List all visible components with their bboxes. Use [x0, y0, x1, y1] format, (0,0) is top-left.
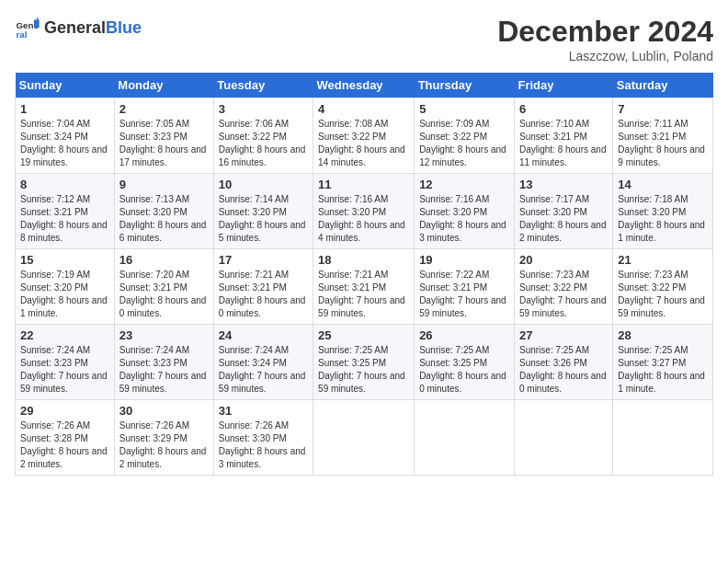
- calendar-week-row: 29Sunrise: 7:26 AMSunset: 3:28 PMDayligh…: [16, 400, 713, 476]
- day-number: 17: [219, 253, 308, 267]
- day-number: 3: [219, 102, 308, 116]
- day-info: Sunrise: 7:24 AMSunset: 3:23 PMDaylight:…: [119, 344, 209, 396]
- day-number: 21: [618, 253, 708, 267]
- column-header-thursday: Thursday: [415, 73, 515, 98]
- calendar-cell: [613, 400, 713, 476]
- calendar-cell: 30Sunrise: 7:26 AMSunset: 3:29 PMDayligh…: [114, 400, 213, 476]
- calendar-cell: 18Sunrise: 7:21 AMSunset: 3:21 PMDayligh…: [313, 249, 415, 325]
- day-info: Sunrise: 7:13 AMSunset: 3:20 PMDaylight:…: [119, 193, 209, 245]
- day-info: Sunrise: 7:19 AMSunset: 3:20 PMDaylight:…: [20, 269, 109, 320]
- day-info: Sunrise: 7:20 AMSunset: 3:21 PMDaylight:…: [119, 269, 209, 320]
- day-number: 30: [119, 404, 209, 418]
- day-info: Sunrise: 7:16 AMSunset: 3:20 PMDaylight:…: [419, 193, 509, 245]
- calendar-table: SundayMondayTuesdayWednesdayThursdayFrid…: [15, 73, 713, 476]
- day-number: 14: [618, 178, 708, 191]
- day-info: Sunrise: 7:04 AMSunset: 3:24 PMDaylight:…: [20, 118, 109, 169]
- day-info: Sunrise: 7:25 AMSunset: 3:25 PMDaylight:…: [419, 344, 509, 396]
- day-number: 8: [20, 178, 109, 191]
- calendar-cell: 14Sunrise: 7:18 AMSunset: 3:20 PMDayligh…: [613, 174, 713, 249]
- day-info: Sunrise: 7:11 AMSunset: 3:21 PMDaylight:…: [618, 118, 708, 169]
- day-info: Sunrise: 7:25 AMSunset: 3:25 PMDaylight:…: [318, 344, 409, 396]
- day-number: 26: [419, 328, 509, 342]
- calendar-cell: 8Sunrise: 7:12 AMSunset: 3:21 PMDaylight…: [16, 174, 115, 249]
- day-info: Sunrise: 7:12 AMSunset: 3:21 PMDaylight:…: [20, 193, 109, 245]
- column-header-wednesday: Wednesday: [313, 73, 415, 98]
- day-info: Sunrise: 7:24 AMSunset: 3:23 PMDaylight:…: [20, 344, 109, 396]
- day-info: Sunrise: 7:26 AMSunset: 3:29 PMDaylight:…: [119, 419, 209, 471]
- calendar-week-row: 15Sunrise: 7:19 AMSunset: 3:20 PMDayligh…: [16, 249, 713, 325]
- day-info: Sunrise: 7:17 AMSunset: 3:20 PMDaylight:…: [519, 193, 608, 245]
- calendar-cell: 11Sunrise: 7:16 AMSunset: 3:20 PMDayligh…: [313, 174, 415, 249]
- day-number: 4: [318, 102, 409, 116]
- day-number: 12: [419, 178, 509, 191]
- location: Laszczow, Lublin, Poland: [497, 49, 713, 63]
- day-info: Sunrise: 7:26 AMSunset: 3:28 PMDaylight:…: [20, 419, 109, 471]
- day-number: 10: [219, 178, 308, 191]
- day-info: Sunrise: 7:25 AMSunset: 3:27 PMDaylight:…: [618, 344, 708, 396]
- day-number: 6: [519, 102, 608, 116]
- day-number: 2: [119, 102, 209, 116]
- logo-text: GeneralBlue: [44, 18, 142, 38]
- calendar-cell: 19Sunrise: 7:22 AMSunset: 3:21 PMDayligh…: [415, 249, 515, 325]
- day-number: 22: [20, 328, 109, 342]
- day-info: Sunrise: 7:21 AMSunset: 3:21 PMDaylight:…: [219, 269, 308, 320]
- calendar-cell: 31Sunrise: 7:26 AMSunset: 3:30 PMDayligh…: [213, 400, 313, 476]
- svg-text:ral: ral: [16, 29, 27, 40]
- calendar-cell: 13Sunrise: 7:17 AMSunset: 3:20 PMDayligh…: [514, 174, 612, 249]
- day-number: 18: [318, 253, 409, 267]
- day-number: 24: [219, 328, 308, 342]
- page-header: Gene ral GeneralBlue December 2024 Laszc…: [15, 15, 713, 63]
- calendar-cell: [313, 400, 415, 476]
- calendar-cell: 23Sunrise: 7:24 AMSunset: 3:23 PMDayligh…: [114, 325, 213, 400]
- column-header-tuesday: Tuesday: [213, 73, 313, 98]
- column-header-sunday: Sunday: [16, 73, 115, 98]
- day-info: Sunrise: 7:16 AMSunset: 3:20 PMDaylight:…: [318, 193, 409, 245]
- column-header-friday: Friday: [514, 73, 612, 98]
- day-info: Sunrise: 7:21 AMSunset: 3:21 PMDaylight:…: [318, 269, 409, 320]
- day-info: Sunrise: 7:18 AMSunset: 3:20 PMDaylight:…: [618, 193, 708, 245]
- day-number: 1: [20, 102, 109, 116]
- calendar-cell: 29Sunrise: 7:26 AMSunset: 3:28 PMDayligh…: [16, 400, 115, 476]
- day-number: 31: [219, 404, 308, 418]
- calendar-cell: 6Sunrise: 7:10 AMSunset: 3:21 PMDaylight…: [514, 98, 612, 174]
- calendar-cell: 20Sunrise: 7:23 AMSunset: 3:22 PMDayligh…: [514, 249, 612, 325]
- day-number: 23: [119, 328, 209, 342]
- day-number: 9: [119, 178, 209, 191]
- day-info: Sunrise: 7:24 AMSunset: 3:24 PMDaylight:…: [219, 344, 308, 396]
- day-info: Sunrise: 7:10 AMSunset: 3:21 PMDaylight:…: [519, 118, 608, 169]
- day-number: 5: [419, 102, 509, 116]
- calendar-cell: 24Sunrise: 7:24 AMSunset: 3:24 PMDayligh…: [213, 325, 313, 400]
- title-section: December 2024 Laszczow, Lublin, Poland: [497, 15, 713, 63]
- day-number: 11: [318, 178, 409, 191]
- logo-icon: Gene ral: [15, 15, 40, 40]
- column-header-monday: Monday: [114, 73, 213, 98]
- day-info: Sunrise: 7:22 AMSunset: 3:21 PMDaylight:…: [419, 269, 509, 320]
- calendar-cell: 9Sunrise: 7:13 AMSunset: 3:20 PMDaylight…: [114, 174, 213, 249]
- calendar-cell: 25Sunrise: 7:25 AMSunset: 3:25 PMDayligh…: [313, 325, 415, 400]
- day-number: 13: [519, 178, 608, 191]
- day-number: 27: [519, 328, 608, 342]
- calendar-cell: 28Sunrise: 7:25 AMSunset: 3:27 PMDayligh…: [613, 325, 713, 400]
- calendar-cell: 5Sunrise: 7:09 AMSunset: 3:22 PMDaylight…: [415, 98, 515, 174]
- day-number: 16: [119, 253, 209, 267]
- day-info: Sunrise: 7:25 AMSunset: 3:26 PMDaylight:…: [519, 344, 608, 396]
- calendar-week-row: 1Sunrise: 7:04 AMSunset: 3:24 PMDaylight…: [16, 98, 713, 174]
- day-info: Sunrise: 7:26 AMSunset: 3:30 PMDaylight:…: [219, 419, 308, 471]
- day-info: Sunrise: 7:08 AMSunset: 3:22 PMDaylight:…: [318, 118, 409, 169]
- calendar-cell: [415, 400, 515, 476]
- calendar-cell: 17Sunrise: 7:21 AMSunset: 3:21 PMDayligh…: [213, 249, 313, 325]
- calendar-cell: 3Sunrise: 7:06 AMSunset: 3:22 PMDaylight…: [213, 98, 313, 174]
- logo: Gene ral GeneralBlue: [15, 15, 142, 40]
- calendar-cell: 1Sunrise: 7:04 AMSunset: 3:24 PMDaylight…: [16, 98, 115, 174]
- calendar-cell: 12Sunrise: 7:16 AMSunset: 3:20 PMDayligh…: [415, 174, 515, 249]
- day-number: 20: [519, 253, 608, 267]
- column-header-saturday: Saturday: [613, 73, 713, 98]
- calendar-cell: 10Sunrise: 7:14 AMSunset: 3:20 PMDayligh…: [213, 174, 313, 249]
- day-number: 7: [618, 102, 708, 116]
- svg-marker-2: [34, 20, 40, 28]
- calendar-week-row: 8Sunrise: 7:12 AMSunset: 3:21 PMDaylight…: [16, 174, 713, 249]
- calendar-header-row: SundayMondayTuesdayWednesdayThursdayFrid…: [16, 73, 713, 98]
- day-number: 19: [419, 253, 509, 267]
- day-info: Sunrise: 7:05 AMSunset: 3:23 PMDaylight:…: [119, 118, 209, 169]
- calendar-cell: 22Sunrise: 7:24 AMSunset: 3:23 PMDayligh…: [16, 325, 115, 400]
